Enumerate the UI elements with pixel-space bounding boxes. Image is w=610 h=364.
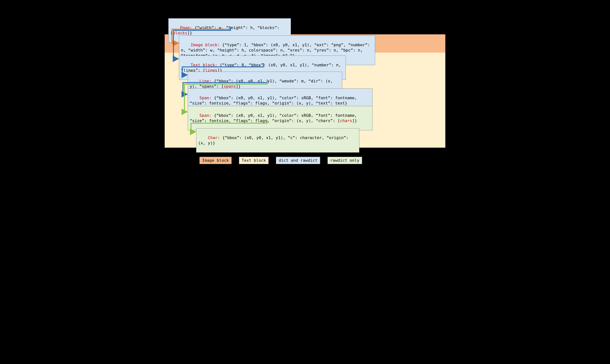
diagram-canvas: Page: {“width”: w, “height”: h, “blocks”… — [165, 0, 445, 167]
legend-text-block: Text block — [239, 157, 269, 164]
node-char-body: {“bbox”: (x0, y0, x1, y1), “c”: characte… — [198, 135, 351, 145]
node-span-raw-body-pre: {“bbox”: (x0, y0, x1, y1), “color”: sRGB… — [190, 113, 359, 123]
legend-dict-and-rawdict: dict and rawdict — [276, 157, 320, 164]
node-char: Char: {“bbox”: (x0, y0, x1, y1), “c”: ch… — [196, 128, 359, 153]
node-line-body-post: ]} — [236, 84, 241, 89]
node-span-raw-body-post: ]} — [352, 118, 357, 123]
legend: Image block Text block dict and rawdict … — [199, 157, 362, 164]
node-page-body-post: ]} — [187, 31, 192, 35]
node-line-body-pre: {“bbox”: (x0, y0, x1, y1), “wmode”: m, “… — [190, 79, 335, 89]
node-span-dict-body: {“bbox”: (x0, y0, x1, y1), “color”: sRGB… — [190, 96, 359, 106]
node-text-block-key: Text block: — [191, 63, 217, 67]
legend-image-block: Image block — [199, 157, 232, 164]
node-span-raw: Span: {“bbox”: (x0, y0, x1, y1), “color”… — [188, 106, 373, 130]
node-span-raw-key: Span: — [199, 113, 211, 118]
node-span-raw-ref: chars — [340, 118, 352, 123]
legend-rawdict-only: rawdict only — [328, 157, 362, 164]
node-char-key: Char: — [208, 135, 220, 140]
node-line-key: Line: — [199, 79, 211, 83]
node-page-ref: blocks — [173, 31, 187, 35]
node-line-ref: spans — [223, 84, 236, 89]
node-image-block-key: Image block: — [191, 43, 220, 47]
node-span-dict-key: Span: — [199, 96, 211, 100]
node-page-key: Page: — [180, 26, 192, 30]
